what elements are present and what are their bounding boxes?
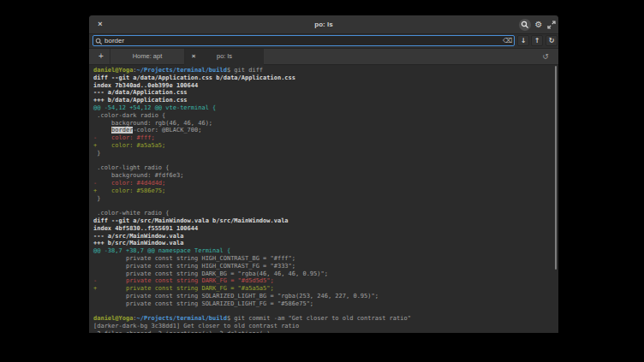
terminal-line: @@ -54,12 +54,12 @@ vte-terminal { bbox=[93, 104, 558, 112]
terminal-line: } bbox=[93, 195, 558, 203]
terminal-line: - private const string DARK_FG = "#d5d5d… bbox=[93, 277, 558, 285]
history-icon: ↺ bbox=[542, 52, 549, 61]
terminal-line bbox=[93, 308, 558, 316]
terminal-line bbox=[93, 202, 558, 210]
history-button[interactable]: ↺ bbox=[540, 49, 552, 65]
search-next-button[interactable]: ↓ bbox=[517, 35, 529, 46]
tab-home-apt[interactable]: Home: apt bbox=[110, 49, 185, 65]
terminal-line: @@ -38,7 +38,7 @@ namespace Terminal { bbox=[93, 247, 558, 255]
terminal-line: border-color: @BLACK_700; bbox=[93, 127, 558, 134]
terminal-line: 2 files changed, 3 insertions(+), 3 dele… bbox=[93, 330, 558, 333]
terminal-window: × po: ls ⚙ ⌫ bbox=[89, 15, 558, 333]
wrap-around-icon: ↻ bbox=[549, 37, 555, 45]
search-bar: ⌫ ↓ ↑ ↻ bbox=[89, 34, 558, 49]
terminal-line: daniel@Yoga:~/Projects/terminal/build$ g… bbox=[93, 67, 558, 74]
search-icon bbox=[519, 21, 531, 29]
terminal-line: --- a/src/MainWindow.vala bbox=[93, 233, 558, 240]
tab-label: Home: apt bbox=[133, 52, 163, 60]
terminal-output[interactable]: daniel@Yoga:~/Projects/terminal/build$ g… bbox=[89, 65, 558, 333]
terminal-line: + private const string DARK_FG = "#a5a5a… bbox=[93, 285, 558, 293]
terminal-line: private const string HIGH_CONTRAST_FG = … bbox=[93, 263, 558, 270]
terminal-line: .color-light radio { bbox=[93, 164, 558, 172]
new-tab-button[interactable]: + bbox=[94, 49, 108, 65]
terminal-line: index 4bf5830..f555691 100644 bbox=[93, 225, 558, 233]
expand-icon bbox=[546, 21, 558, 29]
terminal-line: diff --git a/src/MainWindow.vala b/src/M… bbox=[93, 217, 558, 225]
terminal-line: diff --git a/data/Application.css b/data… bbox=[93, 74, 558, 82]
settings-button[interactable]: ⚙ bbox=[533, 19, 545, 31]
arrow-up-icon: ↑ bbox=[534, 37, 540, 45]
terminal-line: + color: #586e75; bbox=[93, 187, 558, 195]
terminal-line: - color: #fff; bbox=[93, 134, 558, 142]
terminal-line: private const string SOLARIZED_LIGHT_FG … bbox=[93, 300, 558, 308]
terminal-line bbox=[93, 157, 558, 165]
tab-po-ls[interactable]: × po: ls bbox=[185, 49, 264, 65]
clear-search-icon[interactable]: ⌫ bbox=[503, 36, 512, 45]
terminal-line: private const string SOLARIZED_LIGHT_BG … bbox=[93, 293, 558, 300]
tab-bar: + Home: apt × po: ls ↺ bbox=[89, 49, 558, 65]
terminal-line: --- a/data/Application.css bbox=[93, 89, 558, 97]
terminal-line: - color: #4d4d4d; bbox=[93, 180, 558, 187]
search-toggle-button[interactable] bbox=[519, 19, 531, 31]
terminal-line: } bbox=[93, 150, 558, 157]
terminal-line: private const string DARK_BG = "rgba(46,… bbox=[93, 270, 558, 278]
terminal-line: +++ b/data/Application.css bbox=[93, 97, 558, 104]
arrow-down-icon: ↓ bbox=[521, 37, 527, 45]
terminal-scrollbar[interactable] bbox=[555, 66, 557, 270]
search-input[interactable] bbox=[104, 36, 481, 45]
terminal-line: private const string HIGH_CONTRAST_BG = … bbox=[93, 255, 558, 263]
desktop-background: × po: ls ⚙ ⌫ bbox=[0, 0, 644, 362]
terminal-line: [darker-dark-bg 3c38dd1] Get closer to o… bbox=[93, 323, 558, 330]
terminal-line: index 7b340ad..0eb399e 100644 bbox=[93, 82, 558, 90]
terminal-line: background: #fdf6e3; bbox=[93, 172, 558, 180]
tab-close-icon[interactable]: × bbox=[189, 49, 198, 65]
terminal-line: + color: #a5a5a5; bbox=[93, 142, 558, 150]
terminal-line: .color-dark radio { bbox=[93, 112, 558, 120]
search-entry[interactable]: ⌫ bbox=[92, 35, 515, 46]
terminal-line: .color-white radio { bbox=[93, 210, 558, 217]
terminal-line: background: rgb(46, 46, 46); bbox=[93, 120, 558, 128]
titlebar[interactable]: × po: ls ⚙ bbox=[89, 15, 558, 34]
fullscreen-button[interactable] bbox=[546, 19, 558, 31]
gear-icon: ⚙ bbox=[535, 20, 543, 29]
search-previous-button[interactable]: ↑ bbox=[531, 35, 543, 46]
terminal-line: daniel@Yoga:~/Projects/terminal/build$ g… bbox=[93, 315, 558, 323]
search-wrap-button[interactable]: ↻ bbox=[546, 35, 558, 46]
terminal-line: +++ b/src/MainWindow.vala bbox=[93, 240, 558, 247]
tab-label: po: ls bbox=[217, 52, 232, 60]
window-title: po: ls bbox=[89, 15, 558, 34]
